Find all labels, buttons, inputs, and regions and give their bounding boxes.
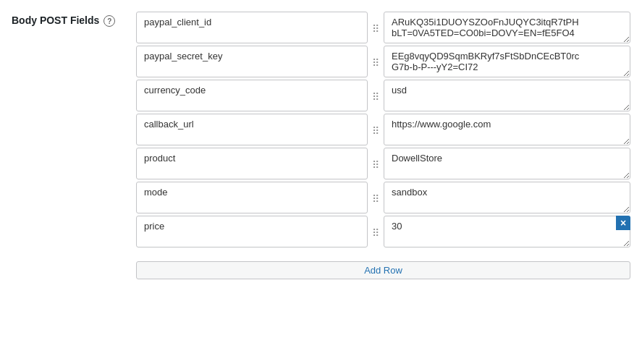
field-key-cell: [136, 216, 368, 250]
field-key-input[interactable]: [136, 80, 368, 111]
drag-handle-icon[interactable]: ⠿: [368, 148, 384, 182]
field-key-input[interactable]: [136, 148, 368, 179]
field-key-cell: [136, 12, 368, 46]
field-value-cell: [384, 80, 630, 114]
body-post-fields-section: Body POST Fields ? ⠿⠿⠿⠿⠿⠿⠿× Add Row: [12, 12, 630, 279]
drag-handle-icon[interactable]: ⠿: [368, 12, 384, 46]
field-key-cell: [136, 46, 368, 80]
field-value-cell: [384, 46, 630, 80]
field-key-input[interactable]: [136, 46, 368, 77]
fields-scroll: ⠿⠿⠿⠿⠿⠿⠿×: [136, 12, 630, 250]
field-value-input[interactable]: [384, 114, 630, 145]
field-value-input[interactable]: [384, 80, 630, 111]
field-key-cell: [136, 182, 368, 216]
table-row: ⠿: [136, 12, 630, 46]
field-key-input[interactable]: [136, 216, 368, 247]
label-area: Body POST Fields ?: [12, 12, 127, 27]
field-value-input[interactable]: [384, 12, 630, 43]
field-value-cell: [384, 12, 630, 46]
drag-handle-icon[interactable]: ⠿: [368, 80, 384, 114]
table-row: ⠿×: [136, 216, 630, 250]
section-title: Body POST Fields: [12, 14, 99, 26]
field-key-input[interactable]: [136, 182, 368, 213]
field-key-input[interactable]: [136, 114, 368, 145]
drag-handle-icon[interactable]: ⠿: [368, 114, 384, 148]
field-value-cell: ×: [384, 216, 630, 250]
help-icon[interactable]: ?: [104, 15, 115, 27]
field-value-input[interactable]: [384, 216, 630, 247]
drag-handle-icon[interactable]: ⠿: [368, 46, 384, 80]
field-value-cell: [384, 182, 630, 216]
field-value-input[interactable]: [384, 46, 630, 77]
field-key-input[interactable]: [136, 12, 368, 43]
field-key-cell: [136, 148, 368, 182]
table-row: ⠿: [136, 182, 630, 216]
table-row: ⠿: [136, 114, 630, 148]
fields-area: ⠿⠿⠿⠿⠿⠿⠿× Add Row: [136, 12, 630, 279]
field-value-cell: [384, 148, 630, 182]
table-row: ⠿: [136, 46, 630, 80]
field-key-cell: [136, 80, 368, 114]
delete-row-button[interactable]: ×: [616, 216, 630, 230]
field-value-cell: [384, 114, 630, 148]
field-key-cell: [136, 114, 368, 148]
field-value-input[interactable]: [384, 182, 630, 213]
drag-handle-icon[interactable]: ⠿: [368, 216, 384, 250]
table-row: ⠿: [136, 148, 630, 182]
drag-handle-icon[interactable]: ⠿: [368, 182, 384, 216]
add-row-button[interactable]: Add Row: [136, 261, 630, 279]
field-value-input[interactable]: [384, 148, 630, 179]
table-row: ⠿: [136, 80, 630, 114]
